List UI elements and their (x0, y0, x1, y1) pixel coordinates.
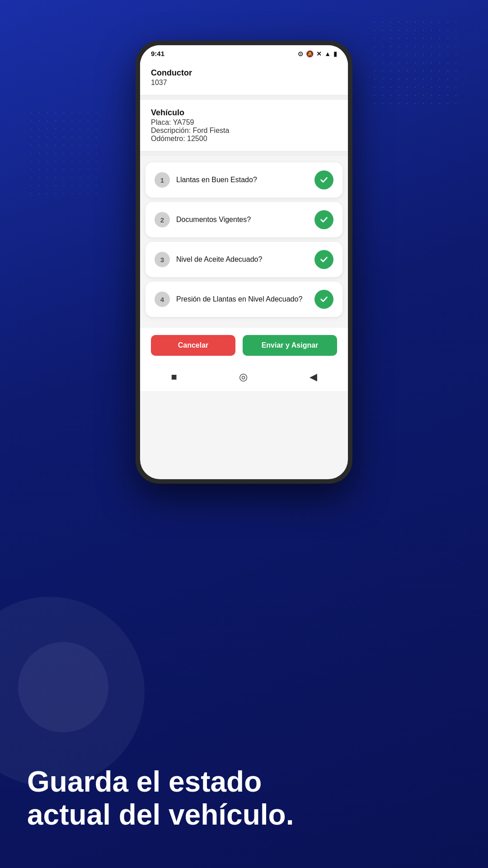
battery-icon: ▮ (333, 50, 337, 57)
check-item-4[interactable]: 4 Presión de Llantas en Nivel Adecuado? (145, 282, 343, 317)
check-item-3[interactable]: 3 Nivel de Aceite Adecuado? (145, 242, 343, 277)
check-number-4: 4 (155, 292, 170, 307)
dots-decoration-top-right (371, 18, 461, 108)
check-item-2[interactable]: 2 Documentos Vigentes? (145, 202, 343, 237)
vehicle-odometro: Odómetro: 12500 (151, 135, 337, 143)
checklist-area: 1 Llantas en Buen Estado? 2 Documentos V… (140, 156, 348, 328)
check-item-1[interactable]: 1 Llantas en Buen Estado? (145, 162, 343, 198)
bottom-headline-text: Guarda el estadoactual del vehículo. (27, 765, 461, 832)
phone-screen: 9:41 ⊙ 🔕 ✕ ▲ ▮ Conductor 1037 Vehículo P… (140, 45, 348, 479)
vehicle-title: Vehículo (151, 108, 337, 118)
check-circle-1[interactable] (314, 170, 333, 189)
check-label-4: Presión de Llantas en Nivel Adecuado? (176, 295, 302, 304)
status-bar: 9:41 ⊙ 🔕 ✕ ▲ ▮ (140, 45, 348, 60)
vehicle-placa: Placa: YA759 (151, 118, 337, 127)
card-gap-2 (140, 151, 348, 156)
phone-mockup: 9:41 ⊙ 🔕 ✕ ▲ ▮ Conductor 1037 Vehículo P… (136, 41, 352, 484)
status-icons: ⊙ 🔕 ✕ ▲ ▮ (298, 50, 337, 57)
check-circle-3[interactable] (314, 250, 333, 269)
bottom-headline: Guarda el estadoactual del vehículo. (27, 765, 461, 832)
check-label-1: Llantas en Buen Estado? (176, 175, 257, 185)
check-number-3: 3 (155, 252, 170, 267)
silent-icon: 🔕 (306, 50, 314, 57)
check-circle-4[interactable] (314, 290, 333, 309)
card-gap-1 (140, 95, 348, 100)
check-number-2: 2 (155, 212, 170, 227)
check-label-2: Documentos Vigentes? (176, 215, 251, 225)
navigation-bar: ■ ◎ ◀ (140, 365, 348, 391)
vehicle-descripcion: Descripción: Ford Fiesta (151, 127, 337, 135)
vehicle-card: Vehículo Placa: YA759 Descripción: Ford … (140, 100, 348, 151)
status-time: 9:41 (151, 50, 164, 57)
sim-icon: ✕ (316, 50, 322, 57)
conductor-value: 1037 (151, 79, 337, 87)
nav-back-icon[interactable]: ◀ (310, 371, 317, 383)
nav-home-icon[interactable]: ◎ (239, 371, 248, 383)
check-circle-2[interactable] (314, 210, 333, 229)
check-number-1: 1 (155, 172, 170, 188)
deco-circle-small (18, 642, 108, 732)
dots-decoration-left (27, 108, 99, 199)
check-label-3: Nivel de Aceite Adecuado? (176, 255, 262, 264)
wifi-icon: ▲ (324, 50, 331, 57)
nav-square-icon[interactable]: ■ (171, 371, 177, 383)
bottom-buttons: Cancelar Enviar y Asignar (140, 328, 348, 365)
check-item-3-left: 3 Nivel de Aceite Adecuado? (155, 252, 314, 267)
cancel-button[interactable]: Cancelar (151, 335, 235, 356)
camera-icon: ⊙ (298, 50, 303, 57)
conductor-card: Conductor 1037 (140, 60, 348, 95)
phone-frame: 9:41 ⊙ 🔕 ✕ ▲ ▮ Conductor 1037 Vehículo P… (136, 41, 352, 484)
check-item-1-left: 1 Llantas en Buen Estado? (155, 172, 314, 188)
check-item-2-left: 2 Documentos Vigentes? (155, 212, 314, 227)
check-item-4-left: 4 Presión de Llantas en Nivel Adecuado? (155, 292, 314, 307)
conductor-title: Conductor (151, 68, 337, 78)
submit-button[interactable]: Enviar y Asignar (243, 335, 337, 356)
